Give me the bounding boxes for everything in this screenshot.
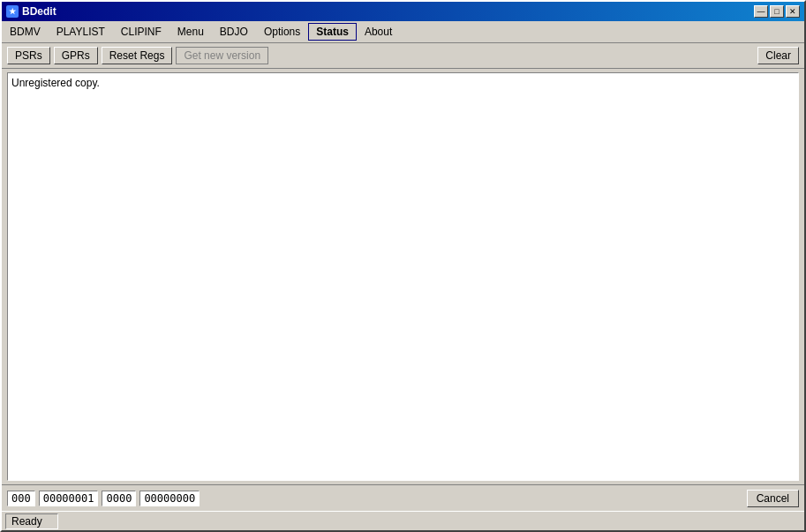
content-text: Unregistered copy.: [11, 77, 100, 89]
menu-item-clipinf[interactable]: CLIPINF: [113, 23, 169, 41]
get-new-version-button[interactable]: Get new version: [176, 47, 268, 64]
reset-regs-button[interactable]: Reset Regs: [102, 47, 173, 64]
window-title: BDedit: [22, 5, 56, 18]
menu-bar: BDMV PLAYLIST CLIPINF Menu BDJO Options …: [2, 21, 804, 43]
statusbar: Ready: [2, 511, 804, 530]
footer-field-4: 00000000: [139, 491, 200, 506]
maximize-button[interactable]: □: [770, 5, 784, 18]
minimize-button[interactable]: —: [754, 5, 768, 18]
menu-item-options[interactable]: Options: [256, 23, 308, 41]
footer-field-1: 000: [7, 491, 35, 506]
menu-item-menu[interactable]: Menu: [169, 23, 212, 41]
title-bar-left: ★ BDedit: [6, 5, 56, 18]
toolbar: PSRs GPRs Reset Regs Get new version Cle…: [2, 43, 804, 69]
menu-item-playlist[interactable]: PLAYLIST: [49, 23, 113, 41]
menu-item-bdjo[interactable]: BDJO: [212, 23, 256, 41]
cancel-button[interactable]: Cancel: [747, 490, 799, 507]
psrs-button[interactable]: PSRs: [7, 47, 50, 64]
gprs-button[interactable]: GPRs: [54, 47, 98, 64]
status-text: Ready: [5, 513, 58, 529]
close-button[interactable]: ✕: [786, 5, 800, 18]
menu-item-bdmv[interactable]: BDMV: [2, 23, 49, 41]
status-footer: 000 00000001 0000 00000000 Cancel: [2, 484, 804, 511]
app-icon: ★: [6, 5, 19, 18]
menu-item-status[interactable]: Status: [308, 23, 357, 41]
clear-button[interactable]: Clear: [757, 47, 799, 64]
menu-item-about[interactable]: About: [357, 23, 400, 41]
main-window: ★ BDedit — □ ✕ BDMV PLAYLIST CLIPINF Men…: [0, 0, 806, 532]
footer-field-2: 00000001: [39, 491, 99, 506]
content-area: Unregistered copy.: [7, 72, 799, 481]
title-bar: ★ BDedit — □ ✕: [2, 2, 804, 21]
title-buttons: — □ ✕: [754, 5, 800, 18]
footer-field-3: 0000: [102, 491, 136, 506]
